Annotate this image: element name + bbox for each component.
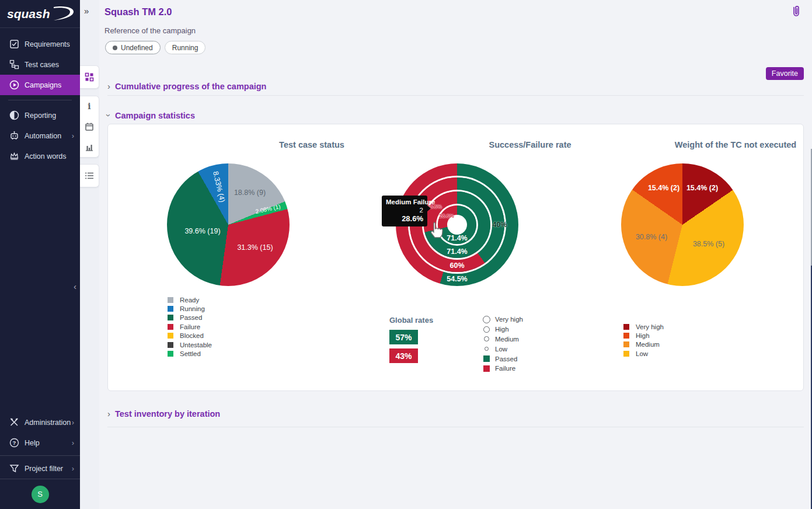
pie-slice-label-high: 15.4% (2): [648, 184, 679, 192]
chevron-right-icon: ›: [72, 464, 74, 473]
weight-tc-legend: Very high High Medium Low: [623, 322, 664, 358]
global-failure-rate-badge: 43%: [389, 348, 418, 363]
section-divider: [107, 427, 804, 427]
legend-item-passed: Passed: [168, 313, 212, 322]
attachment-paperclip-icon[interactable]: [791, 5, 801, 21]
global-rates-heading: Global rates: [389, 316, 433, 325]
sidebar-divider: [8, 100, 72, 100]
section-divider: [107, 95, 804, 96]
ring-label-high-failure: 60%: [449, 262, 464, 270]
legend-item-failure: Failure: [168, 322, 212, 331]
ring-label-medium-passed: 71.4%: [447, 247, 467, 256]
legend-swatch: [623, 333, 629, 339]
section-title: Cumulative progress of the campaign: [115, 82, 266, 91]
legend-item-high: High: [482, 325, 523, 334]
legend-item-low: Low: [482, 344, 523, 354]
section-campaign-statistics[interactable]: › Campaign statistics: [107, 110, 195, 120]
page-title: Squash TM 2.0: [104, 6, 172, 18]
sidebar-divider: [0, 455, 80, 456]
sidebar-item-help[interactable]: ? Help ›: [0, 433, 80, 453]
legend-swatch: [483, 365, 490, 372]
legend-label: Very high: [495, 316, 523, 323]
chart-title-test-case-status: Test case status: [279, 140, 344, 149]
legend-label: Very high: [636, 323, 664, 330]
legend-label: Low: [495, 346, 507, 353]
legend-label: Low: [636, 350, 648, 357]
legend-swatch: [623, 341, 629, 347]
chart-title-weight-tc-not-executed: Weight of the TC not executed: [675, 140, 796, 149]
squash-logo-icon: squash: [5, 4, 76, 24]
section-test-inventory[interactable]: › Test inventory by iteration: [107, 409, 220, 419]
section-cumulative-progress[interactable]: › Cumulative progress of the campaign: [107, 81, 266, 91]
sidebar-item-campaigns[interactable]: Campaigns: [0, 75, 80, 95]
legend-item-low: Low: [623, 349, 664, 358]
legend-swatch: [483, 355, 490, 362]
squash-logo[interactable]: squash: [0, 0, 80, 28]
pie-slice-label-low: 38.5% (5): [693, 240, 724, 248]
section-title: Campaign statistics: [115, 111, 195, 120]
weight-tc-pie[interactable]: 15.4% (2) 15.4% (2) 30.8% (4) 38.5% (5): [621, 163, 744, 286]
legend-item-blocked: Blocked: [168, 332, 212, 340]
status-dot-icon: [113, 46, 117, 50]
status-chip-running[interactable]: Running: [165, 41, 206, 54]
legend-label: Passed: [180, 314, 202, 321]
action-words-icon: [9, 151, 19, 161]
chart-title-success-failure-rate: Success/Failure rate: [489, 140, 571, 149]
sidebar-item-project-filter[interactable]: Project filter ›: [0, 458, 80, 479]
sidebar-item-action-words[interactable]: Action words: [0, 146, 80, 166]
page-subtitle: Reference of the campaign: [104, 26, 196, 35]
legend-item-medium: Medium: [482, 334, 523, 344]
avatar-bar: S: [0, 479, 80, 509]
reporting-icon: [9, 110, 19, 120]
ring-label-low-passed: 71.4%: [447, 234, 467, 242]
administration-icon: [9, 417, 19, 427]
tooltip-title: Medium Failure: [386, 198, 423, 207]
dashboard-grid-icon[interactable]: [80, 67, 99, 87]
test-case-status-pie[interactable]: 18.8% (9) 8.33% (4) 2.08% (1) 31.3% (15)…: [167, 163, 290, 286]
legend-label: Medium: [636, 341, 660, 348]
sidebar-item-automation[interactable]: Automation ›: [0, 125, 80, 146]
sunburst-center-hole: [449, 217, 465, 233]
legend-swatch: [168, 342, 173, 348]
svg-text:squash: squash: [7, 7, 50, 20]
pie-slice-label-running: 8.33% (4): [211, 170, 226, 203]
sidebar-item-administration[interactable]: Administration ›: [0, 412, 80, 433]
favorite-button[interactable]: Favorite: [766, 67, 804, 80]
status-chip-undefined[interactable]: Undefined: [105, 41, 161, 54]
sidebar-nav: Requirements Test cases Campaigns: [0, 28, 80, 166]
legend-item-ready: Ready: [168, 295, 212, 304]
list-icon[interactable]: [80, 166, 99, 186]
sidebar-item-test-cases[interactable]: Test cases: [0, 54, 80, 75]
legend-item-untestable: Untestable: [168, 340, 212, 349]
legend-label: High: [636, 332, 650, 339]
ring-size-icon: [484, 336, 489, 341]
svg-text:i: i: [88, 102, 90, 111]
status-chips: Undefined Running: [105, 41, 205, 54]
calendar-icon[interactable]: [80, 117, 99, 137]
legend-label: High: [495, 326, 509, 333]
test-cases-icon: [9, 60, 19, 69]
success-failure-sunburst[interactable]: 71.4% 71.4% 60% 54.5% 40% 28.6% 28.6% 45…: [396, 163, 518, 286]
sidebar-item-label: Test cases: [25, 61, 59, 69]
help-icon: ?: [9, 438, 19, 448]
app-window: squash Requirements Test cases: [0, 0, 812, 509]
sidebar-collapse-chevron[interactable]: ‹: [74, 281, 76, 291]
tooltip-percent: 28.6%: [386, 214, 423, 223]
chip-label: Undefined: [121, 44, 153, 52]
chart-tooltip: Medium Failure 2 28.6%: [382, 196, 427, 226]
legend-item-settled: Settled: [168, 349, 212, 358]
sidebar-item-reporting[interactable]: Reporting: [0, 105, 80, 125]
bar-chart-icon[interactable]: [80, 137, 99, 157]
legend-label: Failure: [180, 323, 200, 330]
pie-slice-label-medium: 30.8% (4): [636, 233, 667, 241]
global-passed-rate-badge: 57%: [389, 330, 418, 344]
legend-label: Passed: [495, 355, 517, 362]
mouse-hand-cursor: [427, 221, 445, 243]
rail-expand-button[interactable]: »: [84, 6, 88, 16]
sidebar-item-requirements[interactable]: Requirements: [0, 34, 80, 54]
avatar[interactable]: S: [32, 486, 49, 503]
info-icon[interactable]: i: [80, 96, 99, 116]
chevron-right-icon: ›: [72, 418, 74, 427]
pie-slice-label-ready: 18.8% (9): [234, 189, 266, 197]
ring-size-icon: [485, 347, 489, 351]
